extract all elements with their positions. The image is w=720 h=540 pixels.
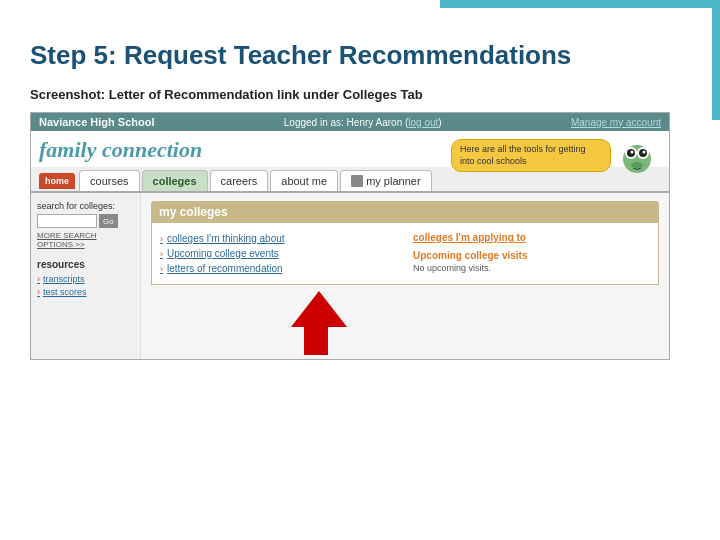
fc-logo: family connection (39, 137, 202, 163)
left-col: › colleges I'm thinking about › Upcoming… (160, 231, 397, 276)
chevron-icon: › (37, 287, 40, 297)
main-panel: my colleges › colleges I'm thinking abou… (141, 193, 669, 359)
go-button[interactable]: Go (99, 214, 118, 228)
content-area: search for colleges: Go MORE SEARCH OPTI… (31, 193, 669, 359)
right-accent-bar (712, 0, 720, 120)
tooltip-bubble: Here are all the tools for getting into … (451, 139, 611, 172)
slide-title: Step 5: Request Teacher Recommendations (30, 40, 690, 71)
screenshot-label: Screenshot: Letter of Recommendation lin… (30, 87, 690, 102)
chevron-icon: › (160, 264, 163, 274)
site-name: Naviance High School (39, 116, 155, 128)
svg-point-5 (631, 151, 634, 154)
planner-icon (351, 175, 363, 187)
thinking-about-link[interactable]: › colleges I'm thinking about (160, 231, 397, 246)
nav-bar: Naviance High School Logged in as: Henry… (31, 113, 669, 131)
resources-label: resources (37, 259, 134, 270)
chevron-icon: › (160, 234, 163, 244)
logged-in-text: Logged in as: Henry Aaron (log out) (284, 117, 442, 128)
test-scores-link[interactable]: › test scores (37, 287, 134, 297)
up-arrow-indicator (291, 291, 341, 351)
college-search-input[interactable] (37, 214, 97, 228)
logout-link[interactable]: log out (408, 117, 438, 128)
no-visits-text: No upcoming visits. (413, 263, 491, 273)
browser-mockup: Naviance High School Logged in as: Henry… (30, 112, 670, 360)
mascot (615, 133, 659, 177)
tab-courses[interactable]: courses (79, 170, 140, 191)
tab-careers[interactable]: careers (210, 170, 269, 191)
my-colleges-content: › colleges I'm thinking about › Upcoming… (151, 223, 659, 285)
arrow-head (291, 291, 347, 327)
slide-container: Step 5: Request Teacher Recommendations … (0, 0, 720, 540)
upcoming-visits-label: Upcoming college visits (413, 250, 527, 261)
search-section: search for colleges: Go MORE SEARCH OPTI… (37, 201, 134, 249)
right-col: colleges I'm applying to Upcoming colleg… (413, 231, 650, 276)
upcoming-events-link[interactable]: colleges I'm applying to (413, 232, 526, 243)
top-accent-bar (440, 0, 720, 8)
tab-home[interactable]: home (39, 173, 75, 189)
svg-point-6 (643, 151, 646, 154)
tab-about-me[interactable]: about me (270, 170, 338, 191)
search-row: Go (37, 214, 134, 228)
more-search-options-link[interactable]: MORE SEARCH OPTIONS >> (37, 231, 134, 249)
manage-account-link[interactable]: Manage my account (571, 117, 661, 128)
tab-my-planner[interactable]: my planner (340, 170, 431, 191)
chevron-icon: › (160, 249, 163, 259)
fc-header: family connection Here are all the tools… (31, 131, 669, 167)
applying-to-link[interactable]: › Upcoming college events (160, 246, 397, 261)
colleges-grid: › colleges I'm thinking about › Upcoming… (160, 231, 650, 276)
letters-of-recommendation-link[interactable]: › letters of recommendation (160, 261, 397, 276)
arrow-shaft (304, 327, 328, 355)
sidebar: search for colleges: Go MORE SEARCH OPTI… (31, 193, 141, 359)
chevron-icon: › (37, 274, 40, 284)
transcripts-link[interactable]: › transcripts (37, 274, 134, 284)
arrow-container (151, 291, 659, 351)
my-colleges-header: my colleges (151, 201, 659, 223)
tab-colleges[interactable]: colleges (142, 170, 208, 191)
svg-point-7 (631, 162, 643, 168)
search-label: search for colleges: (37, 201, 134, 211)
